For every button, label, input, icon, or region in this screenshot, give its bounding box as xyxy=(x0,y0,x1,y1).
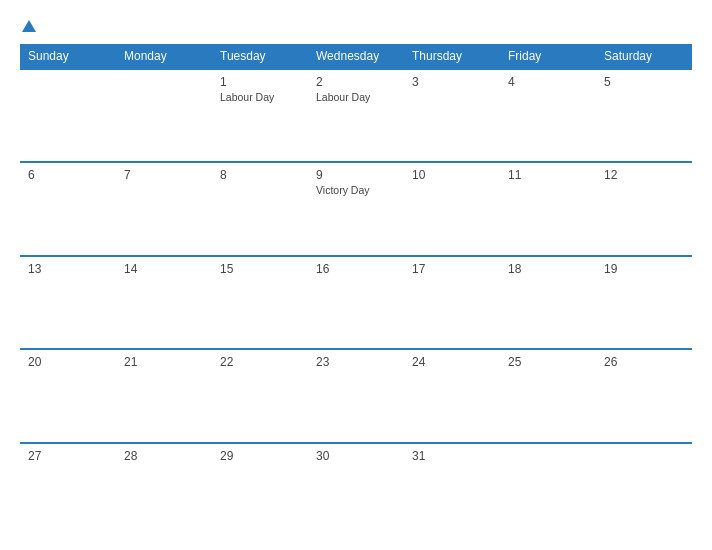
calendar-table: SundayMondayTuesdayWednesdayThursdayFrid… xyxy=(20,44,692,536)
day-cell: 15 xyxy=(212,256,308,349)
day-cell xyxy=(500,443,596,536)
day-cell: 29 xyxy=(212,443,308,536)
day-cell: 24 xyxy=(404,349,500,442)
holiday-label: Labour Day xyxy=(316,91,400,103)
day-cell: 8 xyxy=(212,162,308,255)
day-cell: 3 xyxy=(404,69,500,162)
day-number: 18 xyxy=(508,262,592,276)
week-row-5: 2728293031 xyxy=(20,443,692,536)
day-cell: 12 xyxy=(596,162,692,255)
day-cell: 4 xyxy=(500,69,596,162)
logo-triangle-icon xyxy=(22,20,36,32)
day-number: 12 xyxy=(604,168,688,182)
logo-general xyxy=(20,18,36,36)
day-cell: 6 xyxy=(20,162,116,255)
day-number: 13 xyxy=(28,262,112,276)
day-cell: 9Victory Day xyxy=(308,162,404,255)
weekday-header-wednesday: Wednesday xyxy=(308,44,404,69)
day-cell xyxy=(596,443,692,536)
day-number: 24 xyxy=(412,355,496,369)
day-number: 7 xyxy=(124,168,208,182)
day-cell: 7 xyxy=(116,162,212,255)
day-number: 26 xyxy=(604,355,688,369)
day-cell: 1Labour Day xyxy=(212,69,308,162)
day-cell: 19 xyxy=(596,256,692,349)
day-cell: 25 xyxy=(500,349,596,442)
day-number: 1 xyxy=(220,75,304,89)
day-number: 8 xyxy=(220,168,304,182)
week-row-3: 13141516171819 xyxy=(20,256,692,349)
day-number: 23 xyxy=(316,355,400,369)
day-number: 16 xyxy=(316,262,400,276)
day-cell: 18 xyxy=(500,256,596,349)
day-cell: 27 xyxy=(20,443,116,536)
weekday-header-friday: Friday xyxy=(500,44,596,69)
weekday-header-saturday: Saturday xyxy=(596,44,692,69)
day-cell: 16 xyxy=(308,256,404,349)
day-number: 29 xyxy=(220,449,304,463)
day-number: 11 xyxy=(508,168,592,182)
day-cell: 5 xyxy=(596,69,692,162)
week-row-2: 6789Victory Day101112 xyxy=(20,162,692,255)
day-number: 6 xyxy=(28,168,112,182)
day-cell: 23 xyxy=(308,349,404,442)
day-cell: 21 xyxy=(116,349,212,442)
day-number: 5 xyxy=(604,75,688,89)
day-cell: 17 xyxy=(404,256,500,349)
day-number: 9 xyxy=(316,168,400,182)
weekday-header-row: SundayMondayTuesdayWednesdayThursdayFrid… xyxy=(20,44,692,69)
weekday-header-sunday: Sunday xyxy=(20,44,116,69)
day-number: 21 xyxy=(124,355,208,369)
day-cell: 30 xyxy=(308,443,404,536)
week-row-1: 1Labour Day2Labour Day345 xyxy=(20,69,692,162)
day-cell xyxy=(116,69,212,162)
calendar-page: SundayMondayTuesdayWednesdayThursdayFrid… xyxy=(0,0,712,550)
day-number: 25 xyxy=(508,355,592,369)
day-cell: 26 xyxy=(596,349,692,442)
day-number: 30 xyxy=(316,449,400,463)
logo xyxy=(20,18,36,36)
day-number: 2 xyxy=(316,75,400,89)
header xyxy=(20,18,692,36)
day-number: 19 xyxy=(604,262,688,276)
day-number: 31 xyxy=(412,449,496,463)
day-cell: 11 xyxy=(500,162,596,255)
day-cell: 20 xyxy=(20,349,116,442)
weekday-header-monday: Monday xyxy=(116,44,212,69)
day-cell: 28 xyxy=(116,443,212,536)
day-number: 20 xyxy=(28,355,112,369)
day-number: 22 xyxy=(220,355,304,369)
day-cell: 10 xyxy=(404,162,500,255)
day-number: 15 xyxy=(220,262,304,276)
weekday-header-tuesday: Tuesday xyxy=(212,44,308,69)
day-number: 17 xyxy=(412,262,496,276)
day-cell: 2Labour Day xyxy=(308,69,404,162)
day-cell xyxy=(20,69,116,162)
weekday-header-thursday: Thursday xyxy=(404,44,500,69)
day-cell: 22 xyxy=(212,349,308,442)
day-cell: 14 xyxy=(116,256,212,349)
holiday-label: Labour Day xyxy=(220,91,304,103)
day-number: 28 xyxy=(124,449,208,463)
day-number: 10 xyxy=(412,168,496,182)
day-number: 3 xyxy=(412,75,496,89)
day-cell: 31 xyxy=(404,443,500,536)
day-number: 27 xyxy=(28,449,112,463)
day-number: 4 xyxy=(508,75,592,89)
day-number: 14 xyxy=(124,262,208,276)
day-cell: 13 xyxy=(20,256,116,349)
week-row-4: 20212223242526 xyxy=(20,349,692,442)
holiday-label: Victory Day xyxy=(316,184,400,196)
